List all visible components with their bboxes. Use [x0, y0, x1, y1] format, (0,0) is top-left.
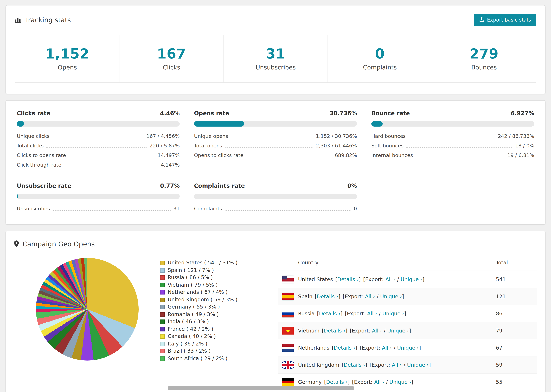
- legend-color-swatch: [160, 283, 165, 287]
- export-basic-stats-button[interactable]: Export basic stats: [474, 14, 536, 26]
- legend-label: Italy ( 36 / 2% ): [168, 340, 207, 348]
- rate-stat-value: 14.497%: [158, 151, 180, 160]
- country-name: Russia: [298, 310, 315, 317]
- rate-value: 0%: [347, 183, 357, 189]
- bracket: ]: [422, 276, 424, 282]
- bracket: ]: [404, 310, 406, 317]
- location-pin-icon: [14, 240, 19, 247]
- rate-stat-label: Soft bounces: [371, 141, 403, 151]
- country-total: 541: [496, 276, 533, 282]
- country-total: 79: [496, 328, 533, 334]
- legend-label: Vietnam ( 79 / 5% ): [168, 281, 218, 289]
- details-link[interactable]: Details ›: [317, 293, 339, 300]
- rate-title: Opens rate: [194, 110, 229, 117]
- export-unique-link[interactable]: Unique ›: [382, 310, 404, 317]
- bracket: ]: [338, 293, 340, 300]
- rate-title: Unsubscribe rate: [17, 183, 71, 189]
- export-label: Export:: [354, 379, 373, 385]
- export-links-group: [Export:All ›/Unique ›]: [343, 293, 404, 300]
- bracket: [: [370, 362, 372, 368]
- rate-title: Clicks rate: [17, 110, 50, 117]
- details-link-group: [Details ›]: [335, 276, 361, 282]
- bracket: [: [345, 310, 347, 317]
- rate-value: 0.77%: [160, 183, 180, 189]
- rate-stat-value: 689.82%: [335, 151, 357, 160]
- export-links-group: [Export:All ›/Unique ›]: [360, 345, 421, 351]
- slash: /: [394, 345, 396, 351]
- details-link[interactable]: Details ›: [326, 379, 348, 385]
- stat-box: 167 Clicks: [119, 35, 224, 83]
- legend-color-swatch: [160, 305, 165, 309]
- legend-label: Spain ( 121 / 7% ): [168, 267, 214, 274]
- export-all-link[interactable]: All ›: [382, 345, 392, 351]
- rate-stat-label: Unsubscribes: [17, 204, 50, 213]
- rate-stat-label: Total opens: [194, 141, 222, 151]
- country-column-header: Country: [298, 260, 318, 266]
- export-label: Export:: [352, 328, 370, 334]
- geo-opens-pie-chart[interactable]: [36, 258, 138, 361]
- slash: /: [386, 379, 388, 385]
- horizontal-scrollbar[interactable]: [168, 386, 354, 390]
- tracking-stats-panel: Tracking stats Export basic stats 1,152 …: [6, 5, 545, 94]
- legend-item: Netherlands ( 67 / 4% ): [160, 289, 278, 296]
- export-all-link[interactable]: All ›: [385, 276, 396, 282]
- stat-label: Bounces: [432, 64, 536, 71]
- progress-bar: [17, 194, 180, 199]
- bracket: ]: [345, 328, 347, 334]
- country-name: Netherlands: [298, 345, 329, 351]
- geo-opens-title: Campaign Geo Opens: [14, 240, 537, 248]
- export-all-link[interactable]: All ›: [372, 328, 382, 334]
- dotted-leader: [406, 147, 513, 148]
- rate-stat-row: Click through rate 4.147%: [17, 160, 180, 170]
- details-link[interactable]: Details ›: [334, 345, 355, 351]
- country-row: United Kingdom [Details ›] [Export:All ›…: [278, 356, 537, 373]
- details-link[interactable]: Details ›: [337, 276, 359, 282]
- stats-summary-row: 1,152 Opens 167 Clicks 31 Unsubscribes 0…: [15, 35, 536, 83]
- export-label: Export:: [347, 310, 365, 317]
- legend-item: France ( 42 / 2% ): [160, 325, 278, 333]
- export-all-link[interactable]: All ›: [374, 379, 384, 385]
- details-link[interactable]: Details ›: [319, 310, 340, 317]
- rate-title: Bounce rate: [371, 110, 410, 117]
- rate-stat-value: 18 / 0%: [515, 141, 534, 151]
- bracket: ]: [409, 328, 411, 334]
- dotted-leader: [231, 138, 313, 138]
- details-link-group: [Details ›]: [332, 345, 357, 351]
- rate-title: Complaints rate: [194, 183, 245, 189]
- flag-icon-de: [282, 378, 294, 386]
- legend-color-swatch: [160, 298, 165, 302]
- export-all-link[interactable]: All ›: [365, 293, 375, 300]
- legend-label: Romania ( 49 / 3% ): [168, 311, 219, 318]
- legend-item: South Africa ( 29 / 2% ): [160, 355, 278, 362]
- export-unique-link[interactable]: Unique ›: [387, 328, 409, 334]
- rate-value: 4.46%: [160, 110, 180, 117]
- rate-stat-label: Total clicks: [17, 141, 44, 151]
- pie-chart-area: [14, 255, 160, 390]
- export-all-link[interactable]: All ›: [367, 310, 377, 317]
- export-unique-link[interactable]: Unique ›: [397, 345, 419, 351]
- rate-stat-row: Hard bounces 242 / 86.738%: [371, 131, 534, 141]
- rate-stat-value: 4.147%: [161, 160, 180, 170]
- legend-item: Romania ( 49 / 3% ): [160, 311, 278, 318]
- export-unique-link[interactable]: Unique ›: [380, 293, 402, 300]
- export-unique-link[interactable]: Unique ›: [389, 379, 411, 385]
- legend-label: United States ( 541 / 31% ): [168, 259, 238, 267]
- details-link[interactable]: Details ›: [324, 328, 346, 334]
- country-name: United Kingdom: [298, 362, 339, 368]
- country-row: Netherlands [Details ›] [Export:All ›/Un…: [278, 339, 537, 356]
- stat-value: 279: [432, 46, 536, 61]
- export-unique-link[interactable]: Unique ›: [407, 362, 429, 368]
- export-unique-link[interactable]: Unique ›: [401, 276, 422, 282]
- export-all-link[interactable]: All ›: [392, 362, 402, 368]
- legend-color-swatch: [160, 275, 165, 280]
- country-row: Vietnam [Details ›] [Export:All ›/Unique…: [278, 322, 537, 339]
- bracket: [: [317, 310, 319, 317]
- legend-item: Italy ( 36 / 2% ): [160, 340, 278, 348]
- legend-item: Vietnam ( 79 / 5% ): [160, 281, 278, 289]
- bracket: ]: [429, 362, 431, 368]
- slash: /: [384, 328, 386, 334]
- bounce-rate-section: Bounce rate 6.927% Hard bounces 242 / 86…: [371, 110, 534, 160]
- rate-stat-value: 167 / 4.456%: [147, 131, 180, 141]
- country-row: Spain [Details ›] [Export:All ›/Unique ›…: [278, 288, 537, 305]
- details-link[interactable]: Details ›: [344, 362, 365, 368]
